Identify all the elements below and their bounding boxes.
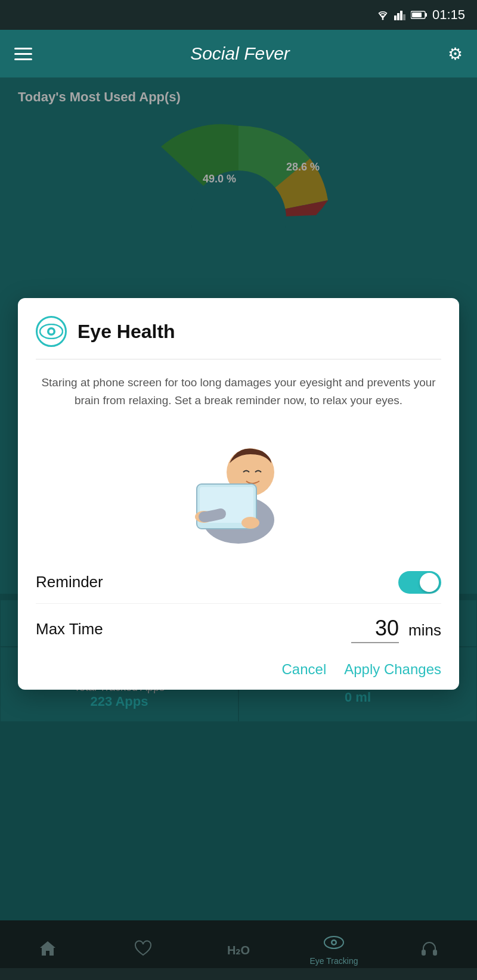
reminder-label: Reminder [36, 573, 103, 591]
settings-icon[interactable]: ⚙ [448, 44, 463, 64]
status-bar: 01:15 [0, 0, 477, 30]
maxtime-row: Max Time 30 mins [36, 604, 441, 649]
wifi-icon [376, 10, 389, 20]
content-wrapper: Today's Most Used App(s) 49.0 % [0, 77, 477, 968]
apply-button[interactable]: Apply Changes [344, 661, 441, 678]
reminder-row: Reminder [36, 562, 441, 604]
status-icons: 01:15 [376, 7, 465, 23]
app-bar: Social Fever ⚙ [0, 30, 477, 77]
maxtime-right: 30 mins [351, 616, 441, 643]
battery-icon [411, 10, 428, 20]
svg-rect-1 [394, 15, 397, 20]
hamburger-menu[interactable] [14, 48, 32, 60]
eye-health-icon [36, 316, 67, 347]
signal-icon [394, 10, 406, 20]
svg-rect-7 [412, 13, 422, 17]
svg-point-13 [49, 330, 54, 334]
svg-rect-6 [425, 13, 427, 17]
svg-rect-2 [397, 13, 399, 20]
svg-point-0 [382, 18, 383, 20]
svg-rect-4 [403, 14, 405, 20]
maxtime-value[interactable]: 30 [351, 616, 399, 643]
person-reading-svg [161, 424, 316, 544]
svg-point-19 [241, 517, 259, 529]
eye-health-modal: Eye Health Staring at phone screen for t… [18, 298, 459, 690]
maxtime-unit: mins [408, 621, 441, 640]
modal-description: Staring at phone screen for too long dam… [36, 374, 441, 410]
maxtime-label: Max Time [36, 620, 103, 638]
app-title: Social Fever [190, 44, 290, 64]
status-time: 01:15 [432, 7, 465, 23]
modal-buttons: Cancel Apply Changes [36, 649, 441, 678]
modal-header: Eye Health [36, 316, 441, 347]
cancel-button[interactable]: Cancel [282, 661, 327, 678]
modal-title: Eye Health [78, 321, 175, 343]
header-divider [36, 359, 441, 359]
person-illustration [36, 424, 441, 544]
svg-rect-3 [400, 11, 402, 20]
toggle-knob [420, 573, 439, 592]
reminder-toggle[interactable] [398, 571, 441, 594]
